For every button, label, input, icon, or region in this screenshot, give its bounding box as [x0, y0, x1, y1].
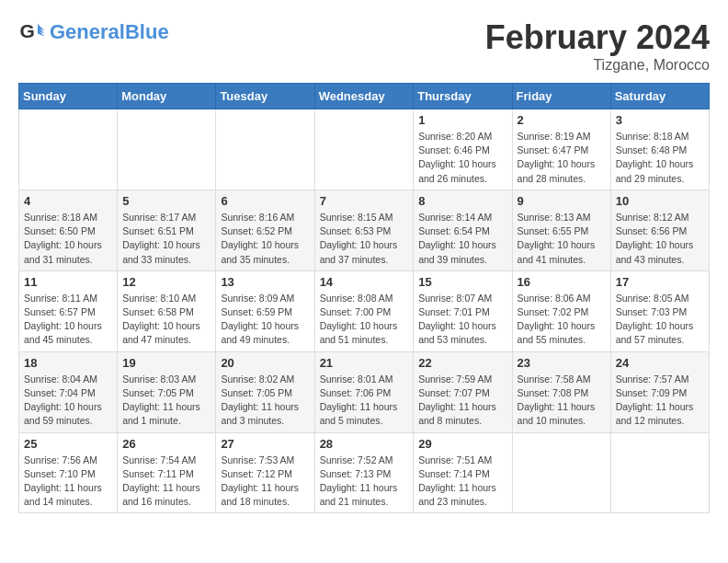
calendar-cell: 19Sunrise: 8:03 AM Sunset: 7:05 PM Dayli…	[118, 351, 216, 432]
day-info: Sunrise: 8:17 AM Sunset: 6:51 PM Dayligh…	[122, 211, 210, 267]
calendar-cell: 3Sunrise: 8:18 AM Sunset: 6:48 PM Daylig…	[610, 109, 709, 190]
calendar-cell: 23Sunrise: 7:58 AM Sunset: 7:08 PM Dayli…	[512, 351, 610, 432]
day-info: Sunrise: 7:57 AM Sunset: 7:09 PM Dayligh…	[616, 373, 704, 429]
day-number: 10	[616, 194, 704, 208]
day-number: 7	[320, 194, 409, 208]
day-info: Sunrise: 8:20 AM Sunset: 6:46 PM Dayligh…	[418, 130, 506, 186]
calendar-cell: 28Sunrise: 7:52 AM Sunset: 7:13 PM Dayli…	[314, 432, 414, 513]
day-info: Sunrise: 7:53 AM Sunset: 7:12 PM Dayligh…	[221, 454, 309, 510]
day-number: 28	[320, 437, 409, 451]
logo-icon: G	[18, 18, 46, 46]
day-number: 16	[518, 275, 606, 289]
day-number: 8	[418, 194, 506, 208]
day-info: Sunrise: 8:06 AM Sunset: 7:02 PM Dayligh…	[518, 292, 606, 348]
calendar-cell	[216, 109, 314, 190]
calendar-cell: 8Sunrise: 8:14 AM Sunset: 6:54 PM Daylig…	[414, 190, 512, 270]
day-info: Sunrise: 7:52 AM Sunset: 7:13 PM Dayligh…	[320, 454, 409, 510]
day-info: Sunrise: 8:18 AM Sunset: 6:48 PM Dayligh…	[616, 130, 704, 186]
calendar-cell: 29Sunrise: 7:51 AM Sunset: 7:14 PM Dayli…	[414, 432, 512, 513]
calendar-cell: 12Sunrise: 8:10 AM Sunset: 6:58 PM Dayli…	[118, 270, 216, 351]
day-info: Sunrise: 8:04 AM Sunset: 7:04 PM Dayligh…	[24, 373, 112, 429]
calendar-cell	[512, 432, 610, 513]
day-number: 29	[418, 437, 506, 451]
col-header-friday: Friday	[512, 84, 610, 109]
day-info: Sunrise: 7:59 AM Sunset: 7:07 PM Dayligh…	[418, 373, 506, 429]
day-number: 21	[320, 356, 409, 370]
day-number: 3	[616, 113, 704, 127]
day-number: 5	[122, 194, 210, 208]
calendar-cell: 22Sunrise: 7:59 AM Sunset: 7:07 PM Dayli…	[414, 351, 512, 432]
calendar-cell: 1Sunrise: 8:20 AM Sunset: 6:46 PM Daylig…	[414, 109, 512, 190]
day-number: 23	[518, 356, 606, 370]
calendar-cell: 27Sunrise: 7:53 AM Sunset: 7:12 PM Dayli…	[216, 432, 314, 513]
calendar-cell: 2Sunrise: 8:19 AM Sunset: 6:47 PM Daylig…	[512, 109, 610, 190]
week-row-4: 18Sunrise: 8:04 AM Sunset: 7:04 PM Dayli…	[19, 351, 710, 432]
calendar-cell: 15Sunrise: 8:07 AM Sunset: 7:01 PM Dayli…	[414, 270, 512, 351]
col-header-saturday: Saturday	[610, 84, 709, 109]
calendar-cell: 13Sunrise: 8:09 AM Sunset: 6:59 PM Dayli…	[216, 270, 314, 351]
day-number: 6	[221, 194, 309, 208]
day-info: Sunrise: 8:12 AM Sunset: 6:56 PM Dayligh…	[616, 211, 704, 267]
day-number: 22	[418, 356, 506, 370]
day-info: Sunrise: 8:14 AM Sunset: 6:54 PM Dayligh…	[418, 211, 506, 267]
day-number: 20	[221, 356, 309, 370]
calendar-cell: 9Sunrise: 8:13 AM Sunset: 6:55 PM Daylig…	[512, 190, 610, 270]
day-info: Sunrise: 8:02 AM Sunset: 7:05 PM Dayligh…	[221, 373, 309, 429]
day-info: Sunrise: 8:15 AM Sunset: 6:53 PM Dayligh…	[320, 211, 409, 267]
logo: G GeneralBlue	[18, 18, 169, 46]
day-number: 11	[24, 275, 112, 289]
calendar-cell: 10Sunrise: 8:12 AM Sunset: 6:56 PM Dayli…	[610, 190, 709, 270]
calendar-cell: 14Sunrise: 8:08 AM Sunset: 7:00 PM Dayli…	[314, 270, 414, 351]
calendar-cell: 16Sunrise: 8:06 AM Sunset: 7:02 PM Dayli…	[512, 270, 610, 351]
col-header-sunday: Sunday	[19, 84, 118, 109]
day-number: 4	[24, 194, 112, 208]
calendar-cell: 7Sunrise: 8:15 AM Sunset: 6:53 PM Daylig…	[314, 190, 414, 270]
col-header-tuesday: Tuesday	[216, 84, 314, 109]
day-info: Sunrise: 7:58 AM Sunset: 7:08 PM Dayligh…	[518, 373, 606, 429]
month-title: February 2024	[485, 18, 710, 57]
day-info: Sunrise: 8:07 AM Sunset: 7:01 PM Dayligh…	[418, 292, 506, 348]
calendar-cell	[610, 432, 709, 513]
day-info: Sunrise: 8:11 AM Sunset: 6:57 PM Dayligh…	[24, 292, 112, 348]
day-info: Sunrise: 8:09 AM Sunset: 6:59 PM Dayligh…	[221, 292, 309, 348]
calendar-cell: 17Sunrise: 8:05 AM Sunset: 7:03 PM Dayli…	[610, 270, 709, 351]
day-number: 1	[418, 113, 506, 127]
day-number: 19	[122, 356, 210, 370]
day-info: Sunrise: 8:16 AM Sunset: 6:52 PM Dayligh…	[221, 211, 309, 267]
day-info: Sunrise: 8:05 AM Sunset: 7:03 PM Dayligh…	[616, 292, 704, 348]
day-info: Sunrise: 8:03 AM Sunset: 7:05 PM Dayligh…	[122, 373, 210, 429]
calendar-cell: 18Sunrise: 8:04 AM Sunset: 7:04 PM Dayli…	[19, 351, 118, 432]
calendar-cell: 26Sunrise: 7:54 AM Sunset: 7:11 PM Dayli…	[118, 432, 216, 513]
day-info: Sunrise: 7:51 AM Sunset: 7:14 PM Dayligh…	[418, 454, 506, 510]
day-number: 2	[518, 113, 606, 127]
week-row-2: 4Sunrise: 8:18 AM Sunset: 6:50 PM Daylig…	[19, 190, 710, 270]
calendar-cell: 5Sunrise: 8:17 AM Sunset: 6:51 PM Daylig…	[118, 190, 216, 270]
calendar-cell	[314, 109, 414, 190]
col-header-monday: Monday	[118, 84, 216, 109]
day-number: 13	[221, 275, 309, 289]
logo-text: GeneralBlue	[50, 20, 169, 43]
calendar-cell: 6Sunrise: 8:16 AM Sunset: 6:52 PM Daylig…	[216, 190, 314, 270]
svg-text:G: G	[20, 20, 35, 41]
col-header-wednesday: Wednesday	[314, 84, 414, 109]
location: Tizgane, Morocco	[485, 57, 710, 74]
calendar-cell: 11Sunrise: 8:11 AM Sunset: 6:57 PM Dayli…	[19, 270, 118, 351]
day-info: Sunrise: 8:01 AM Sunset: 7:06 PM Dayligh…	[320, 373, 409, 429]
col-header-thursday: Thursday	[414, 84, 512, 109]
calendar-cell: 25Sunrise: 7:56 AM Sunset: 7:10 PM Dayli…	[19, 432, 118, 513]
calendar-cell	[19, 109, 118, 190]
calendar-table: SundayMondayTuesdayWednesdayThursdayFrid…	[18, 83, 710, 513]
calendar-cell: 20Sunrise: 8:02 AM Sunset: 7:05 PM Dayli…	[216, 351, 314, 432]
title-block: February 2024 Tizgane, Morocco	[485, 18, 710, 74]
week-row-1: 1Sunrise: 8:20 AM Sunset: 6:46 PM Daylig…	[19, 109, 710, 190]
day-info: Sunrise: 7:56 AM Sunset: 7:10 PM Dayligh…	[24, 454, 112, 510]
day-number: 17	[616, 275, 704, 289]
day-number: 15	[418, 275, 506, 289]
page-header: G GeneralBlue February 2024 Tizgane, Mor…	[18, 18, 710, 74]
day-info: Sunrise: 8:10 AM Sunset: 6:58 PM Dayligh…	[122, 292, 210, 348]
calendar-cell: 4Sunrise: 8:18 AM Sunset: 6:50 PM Daylig…	[19, 190, 118, 270]
day-number: 12	[122, 275, 210, 289]
calendar-cell	[118, 109, 216, 190]
day-info: Sunrise: 8:13 AM Sunset: 6:55 PM Dayligh…	[518, 211, 606, 267]
day-info: Sunrise: 8:08 AM Sunset: 7:00 PM Dayligh…	[320, 292, 409, 348]
